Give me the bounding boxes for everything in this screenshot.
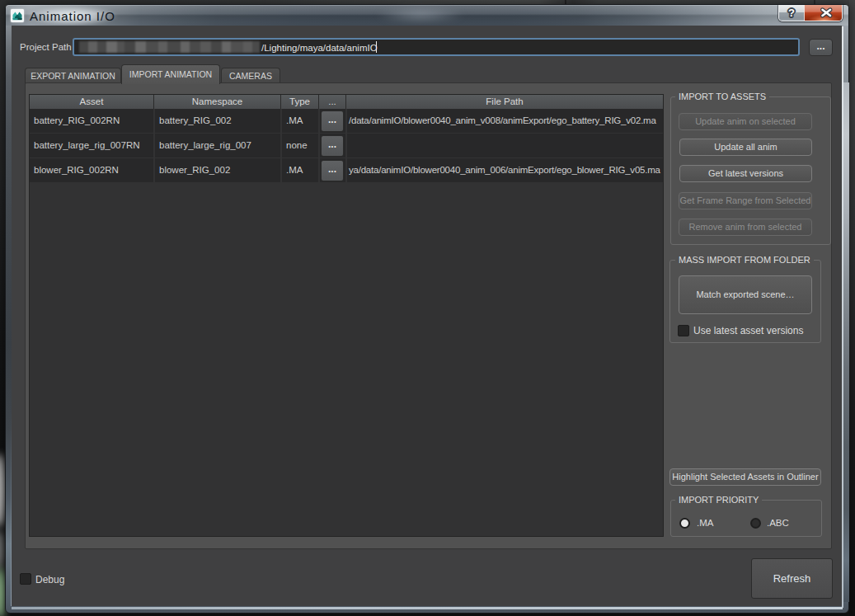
svg-text:?: ?: [788, 7, 795, 19]
